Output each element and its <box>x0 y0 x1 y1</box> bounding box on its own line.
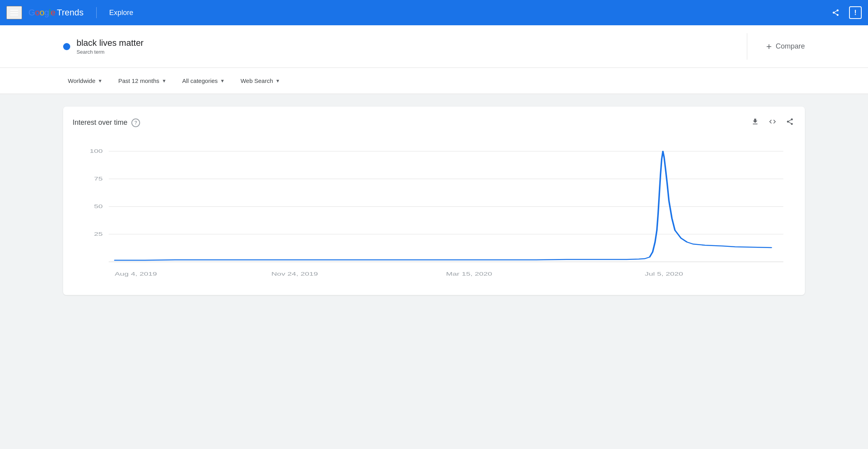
search-type-filter-label: Web Search <box>241 77 273 84</box>
search-area: black lives matter Search term + Compare <box>0 25 868 68</box>
search-type-filter[interactable]: Web Search ▼ <box>236 74 285 87</box>
interest-over-time-card: Interest over time ? <box>63 107 805 295</box>
main-content: Interest over time ? <box>0 94 868 308</box>
card-actions <box>750 116 795 129</box>
share-chart-button[interactable] <box>784 116 795 129</box>
feedback-button[interactable]: ! <box>849 6 862 19</box>
search-type-arrow-icon: ▼ <box>275 78 280 84</box>
download-icon <box>751 118 759 126</box>
search-term-text: black lives matter Search term <box>77 38 144 55</box>
header-icons: ! <box>829 6 862 20</box>
embed-icon <box>769 118 776 126</box>
explore-label: Explore <box>109 9 133 17</box>
header-left: Google Trends Explore <box>6 6 829 19</box>
svg-text:Aug 4, 2019: Aug 4, 2019 <box>115 271 157 277</box>
feedback-icon: ! <box>854 9 857 17</box>
filter-bar: Worldwide ▼ Past 12 months ▼ All categor… <box>0 68 868 94</box>
svg-text:25: 25 <box>94 231 103 237</box>
region-filter[interactable]: Worldwide ▼ <box>63 74 107 87</box>
svg-text:Jul 5, 2020: Jul 5, 2020 <box>645 271 683 277</box>
share-chart-icon <box>786 118 794 126</box>
card-header: Interest over time ? <box>73 116 795 129</box>
embed-button[interactable] <box>767 116 778 129</box>
help-icon[interactable]: ? <box>131 118 140 127</box>
app-header: Google Trends Explore ! <box>0 0 868 25</box>
google-trends-logo: Google Trends <box>28 8 84 18</box>
card-title: Interest over time <box>73 118 127 127</box>
search-type-label: Search term <box>77 49 144 55</box>
search-term-box: black lives matter Search term <box>63 33 747 60</box>
svg-text:50: 50 <box>94 203 103 209</box>
download-button[interactable] <box>750 116 761 129</box>
search-term-value: black lives matter <box>77 38 144 48</box>
share-icon <box>832 9 840 17</box>
trends-logo-text: Trends <box>57 8 84 18</box>
region-arrow-icon: ▼ <box>98 78 103 84</box>
time-range-filter[interactable]: Past 12 months ▼ <box>114 74 171 87</box>
search-dot <box>63 43 70 50</box>
category-arrow-icon: ▼ <box>220 78 225 84</box>
category-filter[interactable]: All categories ▼ <box>178 74 230 87</box>
svg-text:75: 75 <box>94 176 103 182</box>
chart-svg: 100 75 50 25 Aug 4, 2019 Nov 24, 2019 Ma… <box>73 135 795 286</box>
help-icon-label: ? <box>134 120 137 126</box>
svg-text:Mar 15, 2020: Mar 15, 2020 <box>446 271 492 277</box>
svg-text:100: 100 <box>90 148 103 154</box>
chart-container: 100 75 50 25 Aug 4, 2019 Nov 24, 2019 Ma… <box>73 135 795 286</box>
time-range-arrow-icon: ▼ <box>162 78 166 84</box>
region-label: Worldwide <box>68 77 95 84</box>
time-range-label: Past 12 months <box>118 77 159 84</box>
share-button[interactable] <box>829 6 843 20</box>
header-divider <box>96 7 97 18</box>
category-label: All categories <box>182 77 218 84</box>
compare-box[interactable]: + Compare <box>747 41 805 52</box>
compare-label: Compare <box>776 42 805 51</box>
menu-button[interactable] <box>6 6 22 19</box>
svg-text:Nov 24, 2019: Nov 24, 2019 <box>271 271 318 277</box>
trend-line <box>115 151 771 260</box>
compare-plus-icon: + <box>766 41 772 52</box>
google-logo-text: Google <box>28 8 55 18</box>
card-title-group: Interest over time ? <box>73 118 140 127</box>
